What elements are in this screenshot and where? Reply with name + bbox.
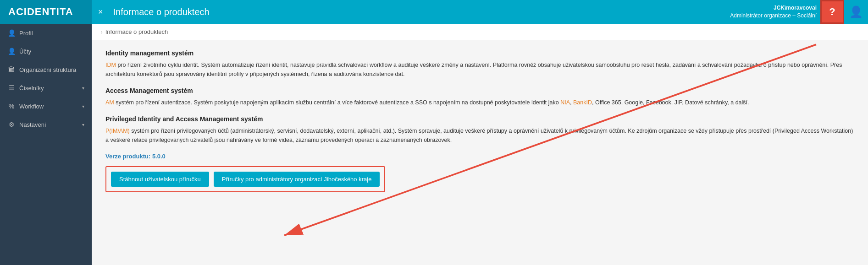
chevron-down-icon: ▾ xyxy=(82,122,84,127)
profil-icon: 👤 xyxy=(7,29,16,37)
piam-title: Privileged Identity and Access Managemen… xyxy=(105,115,854,123)
ciselniky-icon: ☰ xyxy=(7,84,16,92)
layout: 👤 Profil 👤 Účty 🏛 Organizační struktura … xyxy=(0,24,868,265)
ucty-icon: 👤 xyxy=(7,48,16,55)
sidebar-item-ucty[interactable]: 👤 Účty xyxy=(0,42,92,60)
section-piam: Privileged Identity and Access Managemen… xyxy=(105,115,854,145)
username: JCK\moravcovai xyxy=(730,4,817,12)
app-logo: ACIDENTITA xyxy=(0,0,92,24)
idm-link[interactable]: IDM xyxy=(105,62,116,68)
sidebar-item-label: Organizační struktura xyxy=(19,66,76,73)
nia-link[interactable]: NIA xyxy=(560,99,570,106)
sidebar: 👤 Profil 👤 Účty 🏛 Organizační struktura … xyxy=(0,24,92,265)
am-title: Access Management systém xyxy=(105,87,854,94)
piam-text: P(IM/AM) systém pro řízení privilegovaný… xyxy=(105,126,854,145)
sidebar-item-label: Profil xyxy=(19,30,33,37)
section-idm: Identity management systém IDM pro řízen… xyxy=(105,49,854,79)
buttons-row: Stáhnout uživatelskou příručku Příručky … xyxy=(105,166,385,192)
idm-title: Identity management systém xyxy=(105,49,854,57)
page-title: Informace o produktech xyxy=(110,7,730,17)
sidebar-item-label: Workflow xyxy=(19,103,44,110)
main-content: › Informace o produktech Identity manage… xyxy=(92,24,868,265)
user-info: JCK\moravcovai Administrátor organizace … xyxy=(730,4,820,20)
download-user-guide-button[interactable]: Stáhnout uživatelskou příručku xyxy=(111,172,209,187)
chevron-down-icon: ▾ xyxy=(82,104,84,109)
user-role: Administrátor organizace – Sociální xyxy=(730,12,817,20)
breadcrumb-arrow: › xyxy=(101,29,103,35)
am-link[interactable]: AM xyxy=(105,99,114,106)
help-button[interactable]: ? xyxy=(820,0,844,24)
idm-text: IDM pro řízení životního cyklu identit. … xyxy=(105,60,854,79)
sidebar-item-workflow[interactable]: % Workflow ▾ xyxy=(0,97,92,115)
bankid-link[interactable]: BankID xyxy=(573,99,592,106)
sidebar-item-label: Nastavení xyxy=(19,121,46,128)
sidebar-item-label: Účty xyxy=(19,48,31,55)
piam-link[interactable]: P(IM/AM) xyxy=(105,128,130,134)
chevron-down-icon: ▾ xyxy=(82,86,84,91)
header-right: JCK\moravcovai Administrátor organizace … xyxy=(730,0,868,24)
header: ACIDENTITA × Informace o produktech JCK\… xyxy=(0,0,868,24)
org-icon: 🏛 xyxy=(7,66,16,73)
breadcrumb-item: Informace o produktech xyxy=(105,28,168,35)
avatar[interactable]: 👤 xyxy=(844,0,868,24)
section-am: Access Management systém AM systém pro ř… xyxy=(105,87,854,107)
am-text: AM systém pro řízení autentizace. Systém… xyxy=(105,98,854,107)
sidebar-item-org-struktura[interactable]: 🏛 Organizační struktura xyxy=(0,60,92,79)
sidebar-item-nastaveni[interactable]: ⚙ Nastavení ▾ xyxy=(0,115,92,134)
admin-guides-button[interactable]: Příručky pro administrátory organizací J… xyxy=(214,172,380,187)
sidebar-item-ciselniky[interactable]: ☰ Číselníky ▾ xyxy=(0,79,92,97)
breadcrumb: › Informace o produktech xyxy=(92,24,868,40)
sidebar-item-label: Číselníky xyxy=(19,85,44,92)
workflow-icon: % xyxy=(7,103,16,110)
nastaveni-icon: ⚙ xyxy=(7,121,16,128)
sidebar-item-profil[interactable]: 👤 Profil xyxy=(0,24,92,42)
version-value: 5.0.0 xyxy=(152,153,166,160)
content-area: Identity management systém IDM pro řízen… xyxy=(92,40,868,265)
version-line: Verze produktu: 5.0.0 xyxy=(105,153,854,160)
version-label: Verze produktu: xyxy=(105,153,150,160)
close-button[interactable]: × xyxy=(92,0,110,24)
